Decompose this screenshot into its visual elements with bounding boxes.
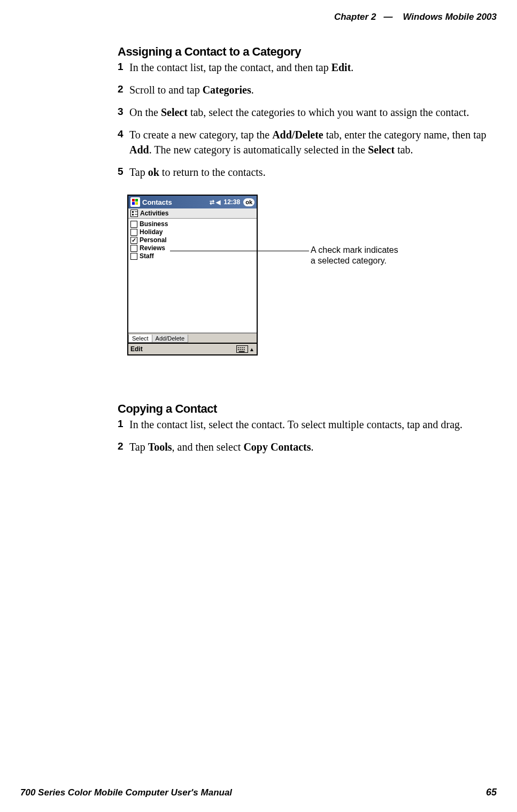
category-label: Staff xyxy=(140,252,154,260)
connectivity-icon: ⇄ xyxy=(210,199,214,206)
step-number: 1 xyxy=(118,60,129,75)
svg-rect-15 xyxy=(244,349,245,350)
svg-rect-14 xyxy=(242,349,243,350)
checkbox-icon[interactable] xyxy=(130,245,137,252)
step-number: 5 xyxy=(118,165,129,180)
step-row: 5 Tap ok to return to the contacts. xyxy=(118,165,500,180)
status-icons: ⇄ ◀ 12:38 ok xyxy=(210,198,254,206)
checkbox-checked-icon[interactable]: ✓ xyxy=(130,237,137,244)
tab-add-delete[interactable]: Add/Delete xyxy=(152,335,188,343)
windows-flag-icon[interactable] xyxy=(130,197,140,207)
svg-rect-5 xyxy=(132,214,134,215)
step-text: In the contact list, select the contact.… xyxy=(129,417,500,432)
checkbox-icon[interactable] xyxy=(130,229,137,236)
svg-rect-16 xyxy=(239,351,245,352)
category-item-personal[interactable]: ✓ Personal xyxy=(130,236,254,244)
clock-time: 12:38 xyxy=(223,198,240,206)
step-row: 2 Tap Tools, and then select Copy Contac… xyxy=(118,439,500,454)
step-number: 3 xyxy=(118,105,129,120)
keyboard-icon xyxy=(236,345,248,353)
step-text: To create a new category, tap the Add/De… xyxy=(129,127,500,157)
tab-bar: Select Add/Delete xyxy=(128,333,257,343)
tab-select[interactable]: Select xyxy=(128,335,152,343)
svg-rect-1 xyxy=(135,199,138,202)
step-number: 2 xyxy=(118,439,129,454)
checkbox-icon[interactable] xyxy=(130,221,137,228)
category-item-business[interactable]: Business xyxy=(130,220,254,228)
category-item-staff[interactable]: Staff xyxy=(130,252,254,260)
svg-rect-9 xyxy=(240,347,241,348)
activities-label: Activities xyxy=(140,210,168,217)
book-section: Windows Mobile 2003 xyxy=(403,12,497,22)
step-text: In the contact list, tap the contact, an… xyxy=(129,60,500,75)
chevron-up-icon: ▲ xyxy=(249,346,254,352)
activities-icon xyxy=(130,210,138,217)
footer-page-number: 65 xyxy=(486,787,497,798)
pda-window: Contacts ⇄ ◀ 12:38 ok Activities Busines… xyxy=(127,195,258,355)
title-bar: Contacts ⇄ ◀ 12:38 ok xyxy=(128,196,257,208)
category-item-holiday[interactable]: Holiday xyxy=(130,228,254,236)
step-row: 3 On the Select tab, select the categori… xyxy=(118,105,500,120)
edit-menu[interactable]: Edit xyxy=(130,345,143,353)
speaker-icon: ◀ xyxy=(216,199,220,206)
svg-rect-12 xyxy=(238,349,239,350)
step-text: Tap Tools, and then select Copy Contacts… xyxy=(129,439,500,454)
svg-rect-0 xyxy=(132,199,135,202)
callout-leader-line xyxy=(170,251,309,251)
step-text: On the Select tab, select the categories… xyxy=(129,105,500,120)
category-list: Business Holiday ✓ Personal Reviews Staf… xyxy=(128,219,257,333)
category-label: Personal xyxy=(140,236,167,244)
step-number: 4 xyxy=(118,127,129,157)
section1-title: Assigning a Contact to a Category xyxy=(118,45,500,59)
screenshot-figure: Contacts ⇄ ◀ 12:38 ok Activities Busines… xyxy=(127,195,500,382)
sip-toggle[interactable]: ▲ xyxy=(236,345,254,353)
page-header: Chapter 2 — Windows Mobile 2003 xyxy=(334,12,497,22)
svg-rect-2 xyxy=(132,202,135,205)
step-number: 1 xyxy=(118,417,129,432)
main-content: Assigning a Contact to a Category 1 In t… xyxy=(118,43,500,462)
svg-rect-13 xyxy=(240,349,241,350)
step-row: 1 In the contact list, select the contac… xyxy=(118,417,500,432)
svg-rect-10 xyxy=(242,347,243,348)
section2-title: Copying a Contact xyxy=(118,402,500,416)
app-title: Contacts xyxy=(142,198,210,206)
svg-rect-8 xyxy=(238,347,239,348)
step-row: 4 To create a new category, tap the Add/… xyxy=(118,127,500,157)
svg-rect-11 xyxy=(244,347,245,348)
category-label: Holiday xyxy=(140,228,163,236)
step-number: 2 xyxy=(118,82,129,97)
activities-header[interactable]: Activities xyxy=(128,208,257,219)
checkbox-icon[interactable] xyxy=(130,253,137,260)
step-text: Tap ok to return to the contacts. xyxy=(129,165,500,180)
svg-rect-4 xyxy=(132,211,134,213)
callout-text: A check mark indicates a selected catego… xyxy=(311,245,418,266)
category-label: Business xyxy=(140,220,168,228)
step-text: Scroll to and tap Categories. xyxy=(129,82,500,97)
category-label: Reviews xyxy=(140,244,165,252)
ok-button[interactable]: ok xyxy=(243,198,254,206)
footer-manual-title: 700 Series Color Mobile Computer User's … xyxy=(20,787,232,798)
header-dash: — xyxy=(384,12,393,22)
step-row: 2 Scroll to and tap Categories. xyxy=(118,82,500,97)
svg-rect-3 xyxy=(135,202,138,205)
bottom-toolbar: Edit ▲ xyxy=(128,343,257,354)
step-row: 1 In the contact list, tap the contact, … xyxy=(118,60,500,75)
chapter-label: Chapter 2 xyxy=(334,12,376,22)
